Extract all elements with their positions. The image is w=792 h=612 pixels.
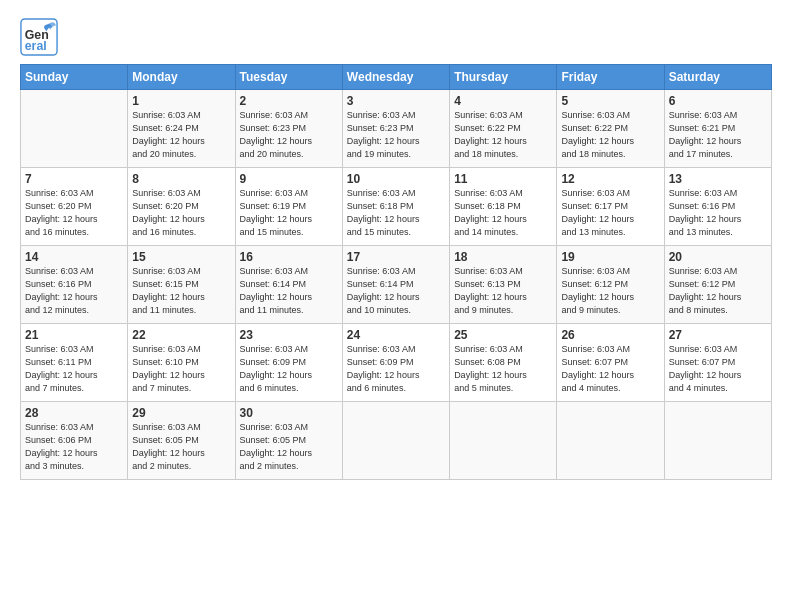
calendar-cell [342,402,449,480]
day-number: 9 [240,172,338,186]
calendar-cell: 29Sunrise: 6:03 AM Sunset: 6:05 PM Dayli… [128,402,235,480]
header-cell-saturday: Saturday [664,65,771,90]
day-info: Sunrise: 6:03 AM Sunset: 6:16 PM Dayligh… [25,265,123,317]
calendar-header: SundayMondayTuesdayWednesdayThursdayFrid… [21,65,772,90]
day-info: Sunrise: 6:03 AM Sunset: 6:13 PM Dayligh… [454,265,552,317]
page: Gen eral SundayMondayTuesdayWednesdayThu… [0,0,792,612]
day-info: Sunrise: 6:03 AM Sunset: 6:11 PM Dayligh… [25,343,123,395]
calendar-cell: 7Sunrise: 6:03 AM Sunset: 6:20 PM Daylig… [21,168,128,246]
calendar-cell: 25Sunrise: 6:03 AM Sunset: 6:08 PM Dayli… [450,324,557,402]
week-row-3: 14Sunrise: 6:03 AM Sunset: 6:16 PM Dayli… [21,246,772,324]
calendar-cell: 2Sunrise: 6:03 AM Sunset: 6:23 PM Daylig… [235,90,342,168]
calendar-cell: 30Sunrise: 6:03 AM Sunset: 6:05 PM Dayli… [235,402,342,480]
day-info: Sunrise: 6:03 AM Sunset: 6:09 PM Dayligh… [240,343,338,395]
day-number: 2 [240,94,338,108]
header-cell-tuesday: Tuesday [235,65,342,90]
week-row-2: 7Sunrise: 6:03 AM Sunset: 6:20 PM Daylig… [21,168,772,246]
day-number: 24 [347,328,445,342]
day-number: 1 [132,94,230,108]
calendar-cell [21,90,128,168]
day-info: Sunrise: 6:03 AM Sunset: 6:21 PM Dayligh… [669,109,767,161]
calendar-cell [664,402,771,480]
day-info: Sunrise: 6:03 AM Sunset: 6:14 PM Dayligh… [347,265,445,317]
calendar-cell: 10Sunrise: 6:03 AM Sunset: 6:18 PM Dayli… [342,168,449,246]
day-info: Sunrise: 6:03 AM Sunset: 6:05 PM Dayligh… [240,421,338,473]
calendar-cell: 3Sunrise: 6:03 AM Sunset: 6:23 PM Daylig… [342,90,449,168]
day-number: 21 [25,328,123,342]
day-number: 16 [240,250,338,264]
day-number: 27 [669,328,767,342]
day-number: 8 [132,172,230,186]
day-info: Sunrise: 6:03 AM Sunset: 6:07 PM Dayligh… [669,343,767,395]
day-number: 26 [561,328,659,342]
calendar-cell: 26Sunrise: 6:03 AM Sunset: 6:07 PM Dayli… [557,324,664,402]
day-info: Sunrise: 6:03 AM Sunset: 6:09 PM Dayligh… [347,343,445,395]
day-number: 20 [669,250,767,264]
day-number: 28 [25,406,123,420]
header-cell-monday: Monday [128,65,235,90]
day-number: 7 [25,172,123,186]
calendar-cell: 5Sunrise: 6:03 AM Sunset: 6:22 PM Daylig… [557,90,664,168]
day-number: 13 [669,172,767,186]
day-info: Sunrise: 6:03 AM Sunset: 6:23 PM Dayligh… [347,109,445,161]
day-info: Sunrise: 6:03 AM Sunset: 6:08 PM Dayligh… [454,343,552,395]
week-row-5: 28Sunrise: 6:03 AM Sunset: 6:06 PM Dayli… [21,402,772,480]
day-number: 4 [454,94,552,108]
week-row-4: 21Sunrise: 6:03 AM Sunset: 6:11 PM Dayli… [21,324,772,402]
day-info: Sunrise: 6:03 AM Sunset: 6:14 PM Dayligh… [240,265,338,317]
calendar-cell: 19Sunrise: 6:03 AM Sunset: 6:12 PM Dayli… [557,246,664,324]
day-number: 11 [454,172,552,186]
calendar-cell: 20Sunrise: 6:03 AM Sunset: 6:12 PM Dayli… [664,246,771,324]
calendar-cell: 24Sunrise: 6:03 AM Sunset: 6:09 PM Dayli… [342,324,449,402]
day-number: 23 [240,328,338,342]
day-number: 22 [132,328,230,342]
day-info: Sunrise: 6:03 AM Sunset: 6:23 PM Dayligh… [240,109,338,161]
calendar-cell: 8Sunrise: 6:03 AM Sunset: 6:20 PM Daylig… [128,168,235,246]
calendar-cell: 17Sunrise: 6:03 AM Sunset: 6:14 PM Dayli… [342,246,449,324]
header: Gen eral [20,18,772,56]
day-info: Sunrise: 6:03 AM Sunset: 6:20 PM Dayligh… [132,187,230,239]
calendar-cell: 16Sunrise: 6:03 AM Sunset: 6:14 PM Dayli… [235,246,342,324]
day-info: Sunrise: 6:03 AM Sunset: 6:12 PM Dayligh… [669,265,767,317]
calendar-cell: 27Sunrise: 6:03 AM Sunset: 6:07 PM Dayli… [664,324,771,402]
header-cell-thursday: Thursday [450,65,557,90]
week-row-1: 1Sunrise: 6:03 AM Sunset: 6:24 PM Daylig… [21,90,772,168]
day-number: 30 [240,406,338,420]
calendar-cell: 28Sunrise: 6:03 AM Sunset: 6:06 PM Dayli… [21,402,128,480]
day-info: Sunrise: 6:03 AM Sunset: 6:22 PM Dayligh… [454,109,552,161]
calendar-cell: 13Sunrise: 6:03 AM Sunset: 6:16 PM Dayli… [664,168,771,246]
calendar-cell [557,402,664,480]
header-row: SundayMondayTuesdayWednesdayThursdayFrid… [21,65,772,90]
day-number: 17 [347,250,445,264]
day-info: Sunrise: 6:03 AM Sunset: 6:17 PM Dayligh… [561,187,659,239]
day-info: Sunrise: 6:03 AM Sunset: 6:18 PM Dayligh… [454,187,552,239]
calendar-cell: 18Sunrise: 6:03 AM Sunset: 6:13 PM Dayli… [450,246,557,324]
day-number: 19 [561,250,659,264]
day-info: Sunrise: 6:03 AM Sunset: 6:15 PM Dayligh… [132,265,230,317]
calendar-cell: 6Sunrise: 6:03 AM Sunset: 6:21 PM Daylig… [664,90,771,168]
day-info: Sunrise: 6:03 AM Sunset: 6:12 PM Dayligh… [561,265,659,317]
day-info: Sunrise: 6:03 AM Sunset: 6:19 PM Dayligh… [240,187,338,239]
day-number: 3 [347,94,445,108]
header-cell-wednesday: Wednesday [342,65,449,90]
calendar-cell: 4Sunrise: 6:03 AM Sunset: 6:22 PM Daylig… [450,90,557,168]
day-number: 12 [561,172,659,186]
calendar-table: SundayMondayTuesdayWednesdayThursdayFrid… [20,64,772,480]
day-info: Sunrise: 6:03 AM Sunset: 6:24 PM Dayligh… [132,109,230,161]
calendar-cell: 11Sunrise: 6:03 AM Sunset: 6:18 PM Dayli… [450,168,557,246]
calendar-cell: 22Sunrise: 6:03 AM Sunset: 6:10 PM Dayli… [128,324,235,402]
day-info: Sunrise: 6:03 AM Sunset: 6:07 PM Dayligh… [561,343,659,395]
day-number: 15 [132,250,230,264]
calendar-cell: 15Sunrise: 6:03 AM Sunset: 6:15 PM Dayli… [128,246,235,324]
logo-icon: Gen eral [20,18,58,56]
calendar-cell: 23Sunrise: 6:03 AM Sunset: 6:09 PM Dayli… [235,324,342,402]
day-number: 10 [347,172,445,186]
calendar-cell: 1Sunrise: 6:03 AM Sunset: 6:24 PM Daylig… [128,90,235,168]
day-number: 5 [561,94,659,108]
calendar-cell: 12Sunrise: 6:03 AM Sunset: 6:17 PM Dayli… [557,168,664,246]
header-cell-friday: Friday [557,65,664,90]
day-number: 29 [132,406,230,420]
calendar-cell: 14Sunrise: 6:03 AM Sunset: 6:16 PM Dayli… [21,246,128,324]
calendar-body: 1Sunrise: 6:03 AM Sunset: 6:24 PM Daylig… [21,90,772,480]
day-number: 14 [25,250,123,264]
